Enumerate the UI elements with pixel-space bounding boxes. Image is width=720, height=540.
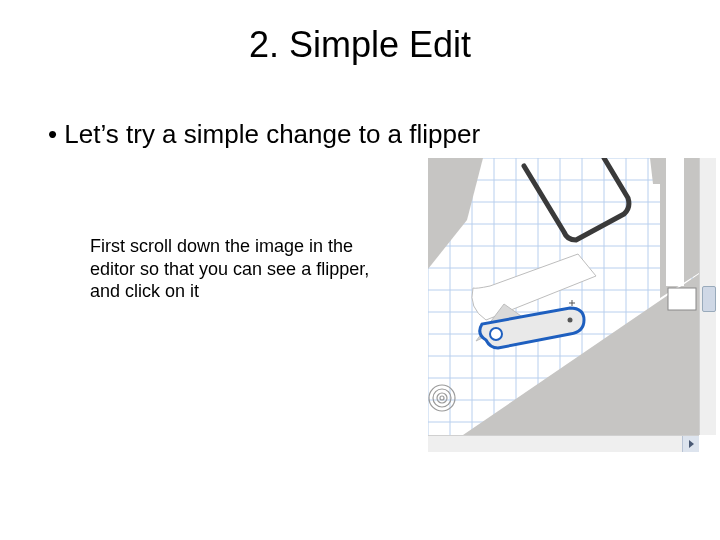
editor-canvas xyxy=(428,158,699,435)
vertical-scrollbar[interactable] xyxy=(699,158,716,435)
instruction-caption: First scroll down the image in the edito… xyxy=(90,235,390,303)
svg-point-34 xyxy=(568,318,573,323)
editor-screenshot xyxy=(428,158,699,451)
svg-rect-27 xyxy=(666,158,684,286)
svg-point-33 xyxy=(490,328,502,340)
vertical-scroll-thumb[interactable] xyxy=(702,286,716,312)
scroll-right-button[interactable] xyxy=(682,436,699,452)
svg-rect-28 xyxy=(668,288,696,310)
horizontal-scrollbar[interactable] xyxy=(428,435,699,452)
bullet-item: Let’s try a simple change to a flipper xyxy=(48,118,480,151)
slide-title: 2. Simple Edit xyxy=(0,24,720,66)
chevron-right-icon xyxy=(689,440,694,448)
slide: 2. Simple Edit Let’s try a simple change… xyxy=(0,0,720,540)
